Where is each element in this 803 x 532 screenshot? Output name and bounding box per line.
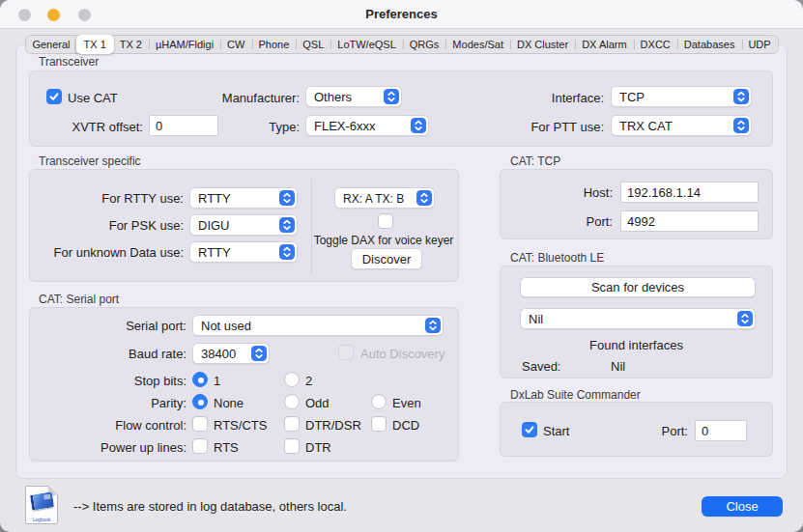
tab-lotw-eqsl[interactable]: LoTW/eQSL	[330, 36, 403, 53]
unknown-data-use-label: For unknown Data use:	[43, 245, 184, 261]
discover-button[interactable]: Discover	[351, 248, 422, 269]
bluetooth-device-select[interactable]: Nil	[520, 308, 756, 329]
rx-tx-value: RX: A TX: B	[343, 192, 404, 206]
parity-odd-radio[interactable]	[284, 394, 300, 409]
type-value: FLEX-6xxx	[314, 119, 376, 133]
toggle-dax-label: Toggle DAX for voice keyer	[307, 233, 460, 248]
chevron-up-down-icon	[279, 217, 295, 233]
interface-value: TCP	[619, 90, 645, 104]
power-rts-label: RTS	[214, 440, 239, 456]
tab-general[interactable]: General	[25, 36, 76, 53]
tab-dx-cluster[interactable]: DX Cluster	[510, 36, 575, 53]
dxlab-port-label: Port:	[599, 424, 688, 439]
dxlab-group-title: DxLab Suite Commander	[510, 388, 641, 402]
tab-dx-alarm[interactable]: DX Alarm	[575, 36, 633, 53]
tab-modes-sat[interactable]: Modes/Sat	[445, 36, 510, 53]
power-rts-checkbox[interactable]	[192, 438, 208, 454]
tab-uham-fldigi[interactable]: µHAM/Fldigi	[149, 36, 220, 53]
flow-rts-cts-checkbox[interactable]	[192, 416, 208, 432]
scan-for-devices-button[interactable]: Scan for devices	[520, 277, 756, 297]
flow-rts-cts-label: RTS/CTS	[214, 418, 267, 434]
serial-port-value: Not used	[201, 319, 251, 333]
saved-value: Nil	[611, 359, 625, 375]
psk-use-select[interactable]: DIGU	[189, 214, 298, 236]
ptt-use-value: TRX CAT	[619, 119, 673, 133]
psk-use-value: DIGU	[198, 218, 230, 233]
logbook-icon-caption: Logbook	[26, 517, 57, 522]
dxlab-start-label: Start	[543, 424, 569, 439]
book-icon	[30, 491, 54, 510]
use-cat-label: Use CAT	[68, 91, 118, 106]
found-interfaces-label: Found interfaces	[500, 338, 773, 353]
tab-tx1[interactable]: TX 1	[76, 35, 114, 54]
tab-cw[interactable]: CW	[220, 36, 251, 53]
parity-none-radio[interactable]	[192, 394, 208, 409]
tab-phone[interactable]: Phone	[251, 36, 296, 53]
stop-bits-2-radio[interactable]	[284, 372, 300, 387]
group-divider	[311, 180, 312, 274]
unknown-data-use-value: RTTY	[198, 245, 231, 260]
rtty-use-label: For RTTY use:	[43, 191, 184, 207]
flow-dtr-dsr-checkbox[interactable]	[284, 416, 300, 432]
host-input[interactable]	[620, 182, 759, 203]
stop-bits-1-radio[interactable]	[192, 372, 208, 387]
tab-databases[interactable]: Databases	[677, 36, 742, 53]
cat-bluetooth-group-title: CAT: Bluetooth LE	[510, 251, 604, 265]
tab-dxcc[interactable]: DXCC	[634, 36, 677, 53]
toggle-dax-checkbox[interactable]	[378, 213, 393, 229]
ptt-use-select[interactable]: TRX CAT	[611, 115, 752, 136]
stop-bits-1-label: 1	[214, 374, 220, 389]
cat-tcp-group-title: CAT: TCP	[510, 154, 560, 168]
chevron-up-down-icon	[279, 244, 295, 260]
window-title: Preferences	[0, 7, 803, 21]
auto-discovery-checkbox	[338, 345, 354, 360]
manufacturer-select[interactable]: Others	[305, 86, 402, 107]
chevron-up-down-icon	[733, 89, 749, 104]
interface-label: Interface:	[502, 91, 604, 106]
preferences-window: Preferences General TX 1 TX 2 µHAM/Fldig…	[0, 0, 803, 532]
xvtr-offset-input[interactable]	[149, 115, 218, 136]
ptt-use-label: For PTT use:	[502, 120, 604, 135]
preferences-tab-bar: General TX 1 TX 2 µHAM/Fldigi CW Phone Q…	[24, 35, 778, 54]
use-cat-checkbox[interactable]	[46, 89, 62, 104]
xvtr-offset-label: XVTR offset:	[37, 120, 143, 135]
power-dtr-checkbox[interactable]	[284, 438, 300, 454]
chevron-up-down-icon	[411, 118, 426, 133]
parity-odd-label: Odd	[305, 396, 330, 411]
chevron-up-down-icon	[279, 190, 295, 206]
parity-none-label: None	[214, 396, 244, 411]
rtty-use-value: RTTY	[198, 191, 231, 206]
rtty-use-select[interactable]: RTTY	[189, 187, 298, 209]
flow-control-label: Flow control:	[29, 418, 186, 434]
baud-rate-select[interactable]: 38400	[192, 343, 270, 364]
interface-select[interactable]: TCP	[611, 86, 752, 107]
auto-discovery-label: Auto Discovery	[360, 347, 445, 362]
stop-bits-label: Stop bits:	[29, 374, 186, 389]
serial-port-select[interactable]: Not used	[192, 315, 444, 336]
dxlab-start-checkbox[interactable]	[522, 422, 537, 437]
tab-udp[interactable]: UDP	[741, 36, 777, 53]
chevron-up-down-icon	[737, 311, 753, 326]
cat-serial-group-title: CAT: Serial port	[39, 293, 119, 306]
close-button[interactable]: Close	[702, 496, 783, 517]
unknown-data-use-select[interactable]: RTTY	[189, 241, 298, 263]
baud-rate-label: Baud rate:	[29, 347, 186, 362]
power-dtr-label: DTR	[305, 440, 331, 456]
type-select[interactable]: FLEX-6xxx	[305, 115, 429, 136]
tab-tx2[interactable]: TX 2	[113, 36, 149, 53]
stop-bits-2-label: 2	[305, 374, 312, 389]
host-label: Host:	[516, 185, 613, 201]
flow-dcd-checkbox[interactable]	[371, 416, 387, 432]
tcp-port-input[interactable]	[620, 210, 759, 232]
chevron-up-down-icon	[251, 346, 267, 361]
transceiver-specific-group-title: Transceiver specific	[39, 154, 141, 168]
parity-even-radio[interactable]	[371, 394, 387, 409]
tcp-port-label: Port:	[516, 214, 613, 230]
title-bar: Preferences	[0, 0, 803, 29]
parity-label: Parity:	[29, 396, 186, 411]
tab-qrgs[interactable]: QRGs	[403, 36, 446, 53]
rx-tx-select[interactable]: RX: A TX: B	[334, 187, 435, 209]
tab-qsl[interactable]: QSL	[296, 36, 330, 53]
dxlab-port-input[interactable]	[695, 420, 747, 441]
manufacturer-label: Manufacturer:	[205, 91, 300, 106]
